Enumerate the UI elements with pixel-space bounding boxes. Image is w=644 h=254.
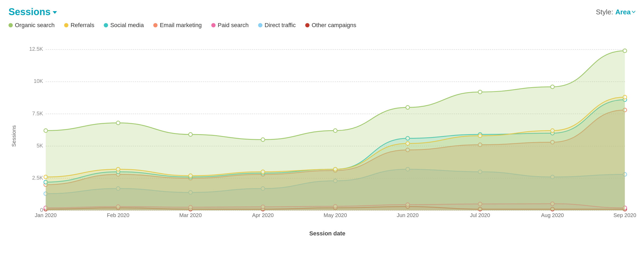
chart-legend: Organic searchReferralsSocial mediaEmail…: [9, 22, 635, 29]
x-axis-label: Session date: [24, 230, 630, 237]
legend-item-other[interactable]: Other campaigns: [305, 22, 356, 29]
legend-dot-organic: [9, 23, 13, 27]
legend-dot-email: [153, 23, 158, 27]
legend-label-referrals: Referrals: [71, 22, 94, 29]
legend-item-organic[interactable]: Organic search: [9, 22, 55, 29]
legend-dot-other: [305, 23, 309, 27]
legend-item-social[interactable]: Social media: [104, 22, 144, 29]
legend-item-paid[interactable]: Paid search: [211, 22, 249, 29]
svg-point-83: [623, 49, 627, 53]
svg-point-77: [189, 133, 192, 136]
svg-point-76: [116, 121, 120, 125]
legend-item-email[interactable]: Email marketing: [153, 22, 202, 29]
style-label: Style:: [596, 8, 613, 16]
svg-text:10K: 10K: [34, 78, 43, 84]
svg-text:Jun 2020: Jun 2020: [397, 212, 419, 218]
legend-label-email: Email marketing: [160, 22, 202, 29]
legend-dot-paid: [211, 23, 216, 27]
legend-item-referrals[interactable]: Referrals: [64, 22, 94, 29]
svg-point-78: [261, 138, 265, 141]
svg-text:Aug 2020: Aug 2020: [541, 212, 564, 218]
legend-item-direct[interactable]: Direct traffic: [258, 22, 296, 29]
svg-text:Jan 2020: Jan 2020: [35, 212, 57, 218]
svg-point-82: [551, 85, 554, 89]
svg-text:Apr 2020: Apr 2020: [252, 212, 274, 218]
legend-label-paid: Paid search: [218, 22, 249, 29]
svg-text:Jul 2020: Jul 2020: [470, 212, 490, 218]
legend-label-direct: Direct traffic: [265, 22, 296, 29]
svg-text:0: 0: [40, 207, 43, 213]
style-selector: Style: Area: [596, 8, 635, 16]
style-dropdown[interactable]: Area: [615, 8, 635, 16]
svg-text:2.5K: 2.5K: [32, 175, 43, 181]
legend-dot-referrals: [64, 23, 68, 27]
svg-text:Feb 2020: Feb 2020: [107, 212, 129, 218]
legend-label-social: Social media: [110, 22, 144, 29]
title-dropdown-icon[interactable]: [53, 11, 57, 14]
chart-container: Sessions 02.5K5K7.5K10K12.5KJan 2020Feb …: [9, 35, 635, 237]
y-axis-label: Sessions: [11, 125, 17, 147]
svg-point-79: [333, 129, 337, 133]
style-value-text: Area: [615, 8, 631, 16]
svg-text:Sep 2020: Sep 2020: [613, 212, 636, 218]
legend-label-organic: Organic search: [15, 22, 55, 29]
svg-point-81: [478, 90, 482, 94]
svg-text:7.5K: 7.5K: [32, 111, 43, 116]
svg-text:5K: 5K: [36, 143, 43, 149]
legend-dot-direct: [258, 23, 262, 27]
svg-point-80: [406, 105, 410, 109]
chart-header: Sessions Style: Area: [9, 6, 635, 18]
legend-label-other: Other campaigns: [312, 22, 356, 29]
legend-dot-social: [104, 23, 108, 27]
svg-text:May 2020: May 2020: [324, 212, 347, 218]
svg-point-75: [44, 129, 48, 133]
chart-title[interactable]: Sessions: [9, 6, 57, 18]
chart-area: 02.5K5K7.5K10K12.5KJan 2020Feb 2020Mar 2…: [24, 38, 630, 221]
svg-text:12.5K: 12.5K: [29, 46, 43, 52]
title-text: Sessions: [9, 6, 51, 18]
svg-text:Mar 2020: Mar 2020: [179, 212, 202, 218]
